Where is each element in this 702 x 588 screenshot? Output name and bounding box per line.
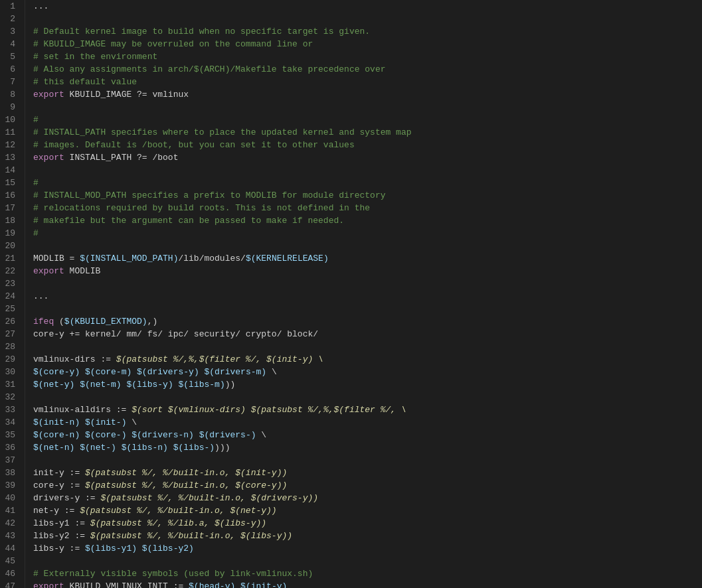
code-line: [33, 240, 702, 252]
line-number: 18: [0, 214, 19, 227]
line-number: 35: [0, 429, 19, 441]
code-line: ifeq ($(KBUILD_EXTMOD),): [33, 315, 702, 328]
code-line: export KBUILD_IMAGE ?= vmlinux: [33, 88, 702, 101]
code-line: MODLIB = $(INSTALL_MOD_PATH)/lib/modules…: [33, 252, 702, 265]
code-line: init-y := $(patsubst %/, %/built-in.o, $…: [33, 467, 702, 479]
line-number: 39: [0, 479, 19, 492]
line-number: 40: [0, 492, 19, 504]
code-line: $(net-y) $(net-m) $(libs-y) $(libs-m))): [33, 378, 702, 391]
code-line: # KBUILD_IMAGE may be overruled on the c…: [33, 38, 702, 50]
line-number: 7: [0, 76, 19, 88]
line-number: 17: [0, 202, 19, 214]
code-line: drivers-y := $(patsubst %/, %/built-in.o…: [33, 492, 702, 504]
line-number: 47: [0, 580, 19, 588]
code-line: ...: [33, 0, 702, 13]
line-number: 9: [0, 101, 19, 113]
code-line: [33, 454, 702, 467]
line-number: 4: [0, 38, 19, 50]
line-number: 24: [0, 290, 19, 303]
line-number: 28: [0, 340, 19, 353]
line-number: 8: [0, 88, 19, 101]
code-line: export KBUILD_VMLINUX_INIT := $(head-y) …: [33, 580, 702, 588]
code-line: [33, 277, 702, 290]
line-number: 43: [0, 530, 19, 542]
code-line: vmlinux-dirs := $(patsubst %/,%,$(filter…: [33, 353, 702, 366]
line-number: 3: [0, 25, 19, 38]
line-number: 19: [0, 227, 19, 240]
code-line: $(init-n) $(init-) \: [33, 416, 702, 429]
code-line: libs-y2 := $(patsubst %/, %/built-in.o, …: [33, 530, 702, 542]
code-line: # images. Default is /boot, but you can …: [33, 139, 702, 151]
line-number: 44: [0, 542, 19, 555]
code-line: net-y := $(patsubst %/, %/built-in.o, $(…: [33, 504, 702, 517]
code-line: # Default kernel image to build when no …: [33, 25, 702, 38]
code-line: # makefile but the argument can be passe…: [33, 214, 702, 227]
line-number: 27: [0, 328, 19, 340]
code-line: export INSTALL_PATH ?= /boot: [33, 151, 702, 164]
line-number: 34: [0, 416, 19, 429]
code-line: export MODLIB: [33, 265, 702, 277]
line-number: 14: [0, 164, 19, 177]
code-line: core-y += kernel/ mm/ fs/ ipc/ security/…: [33, 328, 702, 340]
code-line: [33, 340, 702, 353]
line-number: 2: [0, 13, 19, 25]
code-line: [33, 391, 702, 404]
line-number: 15: [0, 177, 19, 189]
line-number: 10: [0, 113, 19, 126]
line-number: 6: [0, 63, 19, 76]
code-line: # Also any assignments in arch/$(ARCH)/M…: [33, 63, 702, 76]
code-line: [33, 303, 702, 315]
code-line: vmlinux-alldirs := $(sort $(vmlinux-dirs…: [33, 404, 702, 416]
code-line: # INSTALL_MOD_PATH specifies a prefix to…: [33, 189, 702, 202]
code-line: # set in the environment: [33, 50, 702, 63]
code-line: core-y := $(patsubst %/, %/built-in.o, $…: [33, 479, 702, 492]
line-number: 42: [0, 517, 19, 530]
line-number: 16: [0, 189, 19, 202]
code-area[interactable]: ... # Default kernel image to build when…: [25, 0, 702, 588]
code-line: #: [33, 227, 702, 240]
code-line: #: [33, 177, 702, 189]
line-number: 5: [0, 50, 19, 63]
line-number: 1: [0, 0, 19, 13]
line-number: 12: [0, 139, 19, 151]
line-number: 37: [0, 454, 19, 467]
code-line: ...: [33, 290, 702, 303]
line-number: 46: [0, 567, 19, 580]
line-number: 45: [0, 555, 19, 567]
code-editor: 1234567891011121314151617181920212223242…: [0, 0, 702, 588]
line-number: 38: [0, 467, 19, 479]
code-line: $(core-n) $(core-) $(drivers-n) $(driver…: [33, 429, 702, 441]
line-number: 36: [0, 441, 19, 454]
line-number: 29: [0, 353, 19, 366]
code-line: libs-y1 := $(patsubst %/, %/lib.a, $(lib…: [33, 517, 702, 530]
code-line: # this default value: [33, 76, 702, 88]
line-number: 22: [0, 265, 19, 277]
line-number: 26: [0, 315, 19, 328]
code-line: #: [33, 113, 702, 126]
line-number: 20: [0, 240, 19, 252]
code-line: [33, 164, 702, 177]
line-number: 31: [0, 378, 19, 391]
code-line: # relocations required by build roots. T…: [33, 202, 702, 214]
code-line: [33, 13, 702, 25]
line-number: 11: [0, 126, 19, 139]
line-number: 41: [0, 504, 19, 517]
code-line: # Externally visible symbols (used by li…: [33, 567, 702, 580]
line-number: 13: [0, 151, 19, 164]
code-line: libs-y := $(libs-y1) $(libs-y2): [33, 542, 702, 555]
line-number: 23: [0, 277, 19, 290]
code-line: [33, 101, 702, 113]
line-number: 25: [0, 303, 19, 315]
code-line: $(net-n) $(net-) $(libs-n) $(libs-)))): [33, 441, 702, 454]
code-line: # INSTALL_PATH specifies where to place …: [33, 126, 702, 139]
code-line: $(core-y) $(core-m) $(drivers-y) $(drive…: [33, 366, 702, 378]
line-number: 21: [0, 252, 19, 265]
code-line: [33, 555, 702, 567]
line-number: 30: [0, 366, 19, 378]
line-number: 33: [0, 404, 19, 416]
line-number: 32: [0, 391, 19, 404]
line-numbers: 1234567891011121314151617181920212223242…: [0, 0, 25, 588]
